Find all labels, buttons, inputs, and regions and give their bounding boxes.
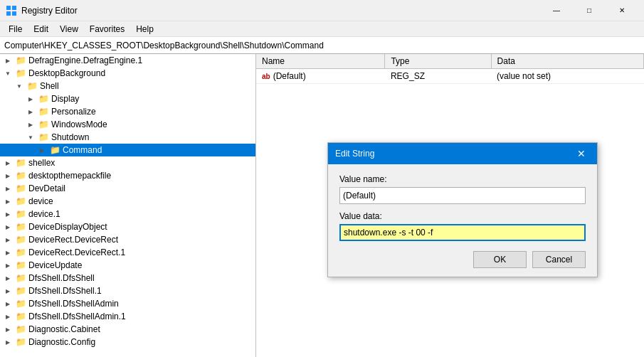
folder-icon: 📁 <box>15 247 26 257</box>
reg-data-cell: (value not set) <box>491 69 643 84</box>
tree-item[interactable]: ▶📁DeviceDisplayObject <box>0 220 255 233</box>
tree-item-label: Personalize <box>51 107 96 117</box>
tree-item[interactable]: ▶📁DfsShell.DfsShellAdmin <box>0 297 255 310</box>
tree-item[interactable]: ▼📁DesktopBackground <box>0 67 255 80</box>
menu-favorites[interactable]: Favorites <box>84 23 130 36</box>
tree-item[interactable]: ▶📁shellex <box>0 156 255 169</box>
folder-icon: 📁 <box>15 171 26 181</box>
close-button[interactable]: ✕ <box>606 0 638 21</box>
folder-icon: 📁 <box>15 324 26 334</box>
tree-item[interactable]: ▶📁DfsShell.DfsShellAdmin.1 <box>0 310 255 323</box>
tree-item[interactable]: ▶📁Command <box>0 144 255 156</box>
tree-item[interactable]: ▶📁DeviceRect.DeviceRect.1 <box>0 246 255 259</box>
expand-icon[interactable]: ▶ <box>3 235 13 245</box>
folder-icon: 📁 <box>15 68 26 78</box>
dialog-title: Edit String <box>335 149 573 159</box>
tree-panel[interactable]: ▶📁DefragEngine.DefragEngine.1▼📁DesktopBa… <box>0 54 256 357</box>
folder-icon: 📁 <box>15 183 26 193</box>
expand-icon[interactable]: ▶ <box>3 196 13 206</box>
tree-item-label: Shutdown <box>51 132 89 142</box>
expand-icon[interactable]: ▶ <box>3 209 13 219</box>
folder-icon: 📁 <box>49 145 60 155</box>
expand-icon[interactable]: ▶ <box>3 337 13 347</box>
minimize-button[interactable]: — <box>540 0 573 21</box>
expand-icon[interactable]: ▶ <box>3 171 13 181</box>
tree-item[interactable]: ▶📁DefragEngine.DefragEngine.1 <box>0 54 255 67</box>
expand-icon[interactable]: ▶ <box>26 94 36 104</box>
table-row[interactable]: ab(Default)REG_SZ(value not set) <box>256 69 644 84</box>
menu-view[interactable]: View <box>54 23 84 36</box>
col-type: Type <box>385 54 491 69</box>
expand-icon[interactable]: ▶ <box>26 107 36 117</box>
tree-item[interactable]: ▶📁DevDetail <box>0 182 255 195</box>
folder-icon: 📁 <box>15 235 26 245</box>
folder-icon: 📁 <box>15 209 26 219</box>
address-bar: Computer\HKEY_CLASSES_ROOT\DesktopBackgr… <box>0 37 644 54</box>
expand-icon[interactable]: ▶ <box>3 286 13 296</box>
folder-icon: 📁 <box>15 299 26 309</box>
expand-icon[interactable]: ▶ <box>3 55 13 65</box>
folder-icon: 📁 <box>38 119 49 129</box>
value-name-input[interactable] <box>339 187 586 204</box>
menu-edit[interactable]: Edit <box>28 23 54 36</box>
value-data-label: Value data: <box>339 211 586 221</box>
tree-item[interactable]: ▶📁desktopthemepackfile <box>0 169 255 182</box>
tree-item[interactable]: ▶📁DeviceRect.DeviceRect <box>0 233 255 246</box>
tree-item-label: DeviceUpdate <box>28 260 82 270</box>
tree-item-label: DfsShell.DfsShellAdmin.1 <box>28 311 126 321</box>
title-bar-buttons: — □ ✕ <box>540 0 638 21</box>
expand-icon[interactable]: ▶ <box>3 247 13 257</box>
tree-item-label: desktopthemepackfile <box>28 171 111 181</box>
tree-item[interactable]: ▶📁device <box>0 195 255 208</box>
dialog-close-button[interactable]: ✕ <box>573 145 590 162</box>
expand-icon[interactable]: ▼ <box>3 68 13 78</box>
tree-item-label: Diagnostic.Config <box>28 337 95 347</box>
expand-icon[interactable]: ▼ <box>26 132 36 142</box>
tree-item[interactable]: ▶📁DfsShell.DfsShell.1 <box>0 284 255 297</box>
edit-string-dialog[interactable]: Edit String ✕ Value name: Value data: OK… <box>327 142 598 277</box>
tree-item[interactable]: ▶📁Diagnostic.Config <box>0 336 255 348</box>
tree-item-label: Command <box>63 145 102 155</box>
tree-item[interactable]: ▶📁DfsShell.DfsShell <box>0 272 255 284</box>
tree-item[interactable]: ▼📁Shutdown <box>0 131 255 144</box>
expand-icon[interactable]: ▶ <box>26 119 36 129</box>
tree-item[interactable]: ▶📁DeviceUpdate <box>0 259 255 272</box>
svg-rect-2 <box>6 11 11 16</box>
address-path: Computer\HKEY_CLASSES_ROOT\DesktopBackgr… <box>4 41 324 50</box>
ok-button[interactable]: OK <box>473 251 527 268</box>
tree-item-label: device <box>28 196 53 206</box>
menu-file[interactable]: File <box>3 23 28 36</box>
value-data-input[interactable] <box>339 224 586 241</box>
folder-icon: 📁 <box>38 107 49 117</box>
expand-icon[interactable]: ▶ <box>3 158 13 168</box>
folder-icon: 📁 <box>26 81 38 91</box>
expand-icon[interactable]: ▶ <box>3 183 13 193</box>
tree-item-label: DfsShell.DfsShell.1 <box>28 286 102 296</box>
expand-icon[interactable]: ▶ <box>3 324 13 334</box>
tree-item[interactable]: ▶📁Display <box>0 92 255 105</box>
cancel-button[interactable]: Cancel <box>532 251 586 268</box>
expand-icon[interactable]: ▼ <box>14 81 24 91</box>
app-title: Registry Editor <box>21 6 540 16</box>
title-bar: Registry Editor — □ ✕ <box>0 0 644 21</box>
tree-item-label: shellex <box>28 158 55 168</box>
dialog-body: Value name: Value data: OK Cancel <box>328 164 597 277</box>
expand-icon[interactable]: ▶ <box>37 145 47 155</box>
tree-item[interactable]: ▶📁WindowsMode <box>0 118 255 131</box>
tree-item[interactable]: ▶📁device.1 <box>0 208 255 220</box>
folder-icon: 📁 <box>38 132 49 142</box>
tree-item[interactable]: ▶📁Diagnostic.Cabinet <box>0 323 255 336</box>
expand-icon[interactable]: ▶ <box>3 273 13 283</box>
expand-icon[interactable]: ▶ <box>3 299 13 309</box>
tree-item[interactable]: ▼📁Shell <box>0 80 255 92</box>
expand-icon[interactable]: ▶ <box>3 222 13 232</box>
maximize-button[interactable]: □ <box>573 0 606 21</box>
menu-help[interactable]: Help <box>130 23 159 36</box>
folder-icon: 📁 <box>15 158 26 168</box>
expand-icon[interactable]: ▶ <box>3 260 13 270</box>
tree-item[interactable]: ▶📁Personalize <box>0 105 255 118</box>
expand-icon[interactable]: ▶ <box>3 311 13 321</box>
svg-rect-3 <box>12 11 16 16</box>
svg-rect-1 <box>12 6 16 10</box>
col-name: Name <box>256 54 385 69</box>
